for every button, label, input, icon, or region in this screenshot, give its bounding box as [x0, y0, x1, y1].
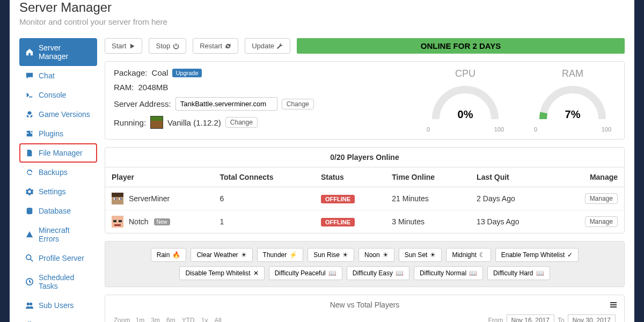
status-badge: OFFLINE	[321, 195, 355, 203]
qa-difficulty-peaceful[interactable]: Difficulty Peaceful 📖	[269, 266, 342, 280]
sidebar-item-label: Console	[39, 91, 66, 99]
qa-icon: ✓	[567, 251, 573, 259]
sidebar-item-settings[interactable]: Settings	[19, 182, 97, 201]
sidebar-item-label: Game Versions	[39, 110, 90, 119]
sidebar-item-label: Profile Server	[39, 254, 84, 262]
table-row: NotchNew 1 OFFLINE 3 Minutes 13 Days Ago…	[105, 210, 624, 233]
qa-icon: ⚡	[289, 251, 297, 259]
page-title: Server Manager	[19, 0, 625, 15]
ram-gauge: RAM 7% 0100	[530, 68, 616, 133]
quick-actions: Rain 🔥Clear Weather ☀Thunder ⚡Sun Rise ☀…	[105, 241, 625, 287]
qa-clear-weather[interactable]: Clear Weather ☀	[191, 248, 252, 262]
zoom-1y[interactable]: 1y	[201, 317, 208, 322]
sidebar-item-label: Backups	[39, 168, 68, 177]
svg-rect-16	[119, 220, 122, 222]
col-manage: Manage	[554, 167, 624, 187]
to-label: To	[558, 317, 565, 322]
qa-difficulty-easy[interactable]: Difficulty Easy 📖	[347, 266, 409, 280]
zoom-3m[interactable]: 3m	[151, 317, 160, 322]
to-date[interactable]: Nov 30, 2017	[568, 314, 616, 322]
sidebar-item-profile-server[interactable]: Profile Server	[19, 248, 97, 268]
warning-icon	[26, 231, 33, 238]
sidebar-item-scheduled-tasks[interactable]: Scheduled Tasks	[19, 268, 97, 296]
svg-rect-13	[120, 198, 121, 200]
qa-icon: 📖	[469, 269, 477, 277]
zoom-label: Zoom	[114, 317, 130, 322]
restart-button[interactable]: Restart	[193, 38, 238, 54]
sidebar-item-minecraft-errors[interactable]: Minecraft Errors	[19, 221, 97, 248]
change-address-button[interactable]: Change	[282, 99, 314, 109]
package-value: Coal	[152, 68, 169, 77]
qa-noon[interactable]: Noon ☀	[358, 248, 394, 262]
players-table: Player Total Connects Status Time Online…	[105, 167, 624, 233]
qa-icon: 🔥	[172, 251, 180, 259]
qa-sun-set[interactable]: Sun Set ☀	[399, 248, 442, 262]
sidebar-item-label: Sub Users	[39, 301, 74, 310]
manage-button[interactable]: Manage	[585, 216, 618, 227]
sidebar-item-open-ports[interactable]: Open Ports	[19, 315, 97, 322]
clock-icon	[26, 278, 33, 286]
sidebar-item-database[interactable]: Database	[19, 201, 97, 221]
player-connects: 6	[213, 187, 314, 210]
start-button[interactable]: Start	[105, 38, 142, 54]
sidebar-item-chat[interactable]: Chat	[19, 66, 97, 85]
terminal-icon	[26, 91, 33, 99]
addr-label: Server Address:	[114, 99, 171, 108]
zoom-All[interactable]: All	[214, 317, 221, 322]
sidebar: Server ManagerChatConsoleGame VersionsPl…	[19, 38, 97, 322]
sidebar-item-file-manager[interactable]: File Manager	[19, 143, 97, 163]
wrench-icon	[277, 43, 283, 49]
sidebar-item-sub-users[interactable]: Sub Users	[19, 296, 97, 315]
manage-button[interactable]: Manage	[585, 193, 618, 204]
sidebar-item-game-versions[interactable]: Game Versions	[19, 105, 97, 124]
cpu-gauge-title: CPU	[422, 68, 508, 79]
chart-title: New vs Total Players	[114, 301, 616, 309]
qa-thunder[interactable]: Thunder ⚡	[257, 248, 304, 262]
sync-icon	[225, 43, 231, 49]
ram-label: RAM:	[114, 83, 134, 92]
users-icon	[26, 302, 33, 309]
running-value: Vanilla (1.12.2)	[167, 118, 221, 127]
player-lastquit: 2 Days Ago	[470, 187, 554, 210]
sidebar-item-label: Minecraft Errors	[39, 226, 91, 243]
sidebar-item-backups[interactable]: Backups	[19, 163, 97, 182]
status-bar: ONLINE FOR 2 DAYS	[297, 38, 625, 54]
gear-icon	[26, 188, 33, 195]
col-player: Player	[105, 167, 213, 187]
menu-icon	[609, 301, 618, 309]
chart-menu-button[interactable]	[609, 301, 618, 311]
sidebar-item-label: Database	[39, 207, 71, 215]
grass-block-icon	[150, 116, 163, 129]
upgrade-button[interactable]: Upgrade	[172, 69, 201, 77]
from-date[interactable]: Nov 16, 2017	[507, 314, 554, 322]
svg-text:7%: 7%	[565, 108, 581, 120]
server-address-input[interactable]	[175, 97, 277, 111]
change-version-button[interactable]: Change	[225, 117, 258, 128]
sidebar-item-server-manager[interactable]: Server Manager	[19, 38, 97, 66]
qa-icon: ☀	[430, 251, 436, 259]
running-label: Running:	[114, 118, 146, 127]
home-icon	[26, 48, 33, 56]
qa-sun-rise[interactable]: Sun Rise ☀	[308, 248, 354, 262]
qa-disable-temp-whitelist[interactable]: Disable Temp Whitelist ✕	[179, 266, 264, 280]
sidebar-item-console[interactable]: Console	[19, 85, 97, 105]
svg-rect-17	[114, 224, 121, 226]
stop-button[interactable]: Stop	[149, 38, 186, 54]
qa-icon: 📖	[536, 269, 544, 277]
zoom-YTD[interactable]: YTD	[182, 317, 195, 322]
power-icon	[173, 43, 179, 49]
qa-icon: ☀	[383, 251, 389, 259]
zoom-6m[interactable]: 6m	[166, 317, 175, 322]
refresh-icon	[26, 169, 33, 176]
qa-rain[interactable]: Rain 🔥	[151, 248, 187, 262]
cubes-icon	[26, 111, 33, 118]
zoom-1m[interactable]: 1m	[136, 317, 145, 322]
from-label: From	[488, 317, 503, 322]
qa-midnight[interactable]: Midnight ☾	[446, 248, 491, 262]
qa-difficulty-hard[interactable]: Difficulty Hard 📖	[487, 266, 550, 280]
update-button[interactable]: Update	[245, 38, 290, 54]
qa-enable-temp-whitelist[interactable]: Enable Temp Whitelist ✓	[495, 248, 579, 262]
qa-difficulty-normal[interactable]: Difficulty Normal 📖	[414, 266, 483, 280]
svg-rect-9	[112, 193, 123, 197]
sidebar-item-plugins[interactable]: Plugins	[19, 124, 97, 143]
